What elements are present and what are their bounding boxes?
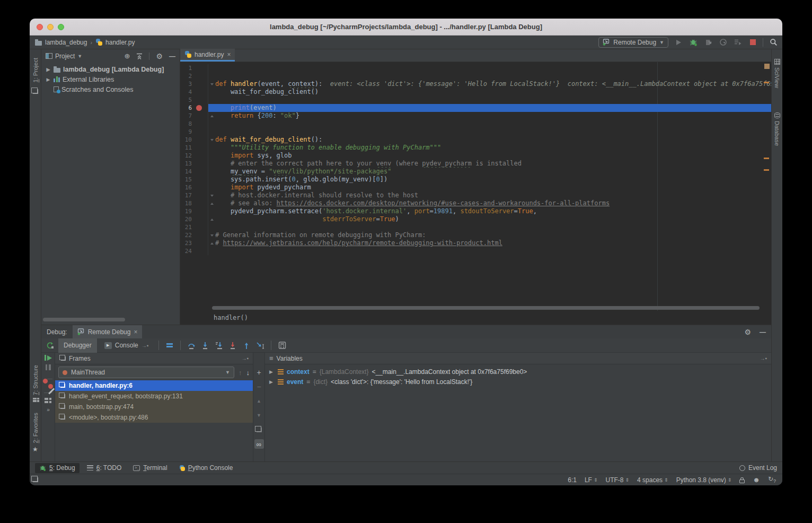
gear-icon[interactable]: ⚙ <box>744 328 751 336</box>
tab-console[interactable]: ▶ Console →▪ <box>99 338 154 353</box>
code-line[interactable]: 10def wait_for_debug_client(): <box>180 136 771 144</box>
gutter[interactable]: 8 <box>180 120 208 128</box>
gutter[interactable]: 9 <box>180 128 208 136</box>
frame-row[interactable]: main, bootstrap.py:474 <box>55 402 253 412</box>
gutter[interactable]: 19 <box>180 207 208 215</box>
code-line[interactable]: 2 <box>180 72 771 80</box>
status-item[interactable]: 4 spaces⇕ <box>637 476 668 484</box>
debug-button[interactable] <box>689 38 698 47</box>
code-line[interactable]: 15 sys.path.insert(0, glob.glob(my_venv)… <box>180 176 771 184</box>
gutter[interactable]: 2 <box>180 72 208 80</box>
code-line[interactable]: 3def handler(event, context): event: <cl… <box>180 80 771 88</box>
tool-window-tab-terminal[interactable]: >_Terminal <box>129 463 171 473</box>
gutter[interactable]: 17 <box>180 191 208 199</box>
frame-row[interactable]: handle_event_request, bootstrap.py:131 <box>55 391 253 402</box>
code-line[interactable]: 21 <box>180 223 771 231</box>
step-over-button[interactable] <box>186 339 197 351</box>
project-horizontal-scrollbar[interactable] <box>43 318 125 321</box>
run-config-select[interactable]: Remote Debug ▼ <box>598 37 668 48</box>
previous-frame-button[interactable]: ↑ <box>239 369 242 377</box>
layout-settings-button[interactable] <box>45 398 51 403</box>
show-execution-point-button[interactable] <box>164 339 175 351</box>
gutter[interactable]: 5 <box>180 96 208 104</box>
code-line[interactable]: 11 """Utility function to enable debuggi… <box>180 144 771 152</box>
pause-button[interactable] <box>46 364 51 370</box>
code-line[interactable]: 19 pydevd_pycharm.settrace('host.docker.… <box>180 207 771 215</box>
tool-stripe-structure[interactable]: 7: Structure <box>32 365 39 402</box>
rerun-button[interactable] <box>45 339 56 351</box>
gutter[interactable]: 16 <box>180 184 208 191</box>
status-item[interactable]: Python 3.8 (venv)⇕ <box>676 476 732 484</box>
warning-stripe-mark[interactable] <box>764 82 769 83</box>
force-step-into-button[interactable] <box>213 339 225 351</box>
restore-layout-icon[interactable]: →▪ <box>760 355 767 361</box>
tool-window-tab-python-console[interactable]: Python Console <box>175 463 237 473</box>
move-watch-down-button[interactable]: ▼ <box>254 411 264 420</box>
breadcrumb-file[interactable]: handler.py <box>105 39 135 46</box>
gutter[interactable]: 3 <box>180 80 208 88</box>
resume-button[interactable] <box>45 355 52 361</box>
close-tab-icon[interactable]: × <box>227 51 231 58</box>
status-item[interactable]: LF⇕ <box>585 476 598 484</box>
expand-arrow-icon[interactable]: ▶ <box>269 369 275 374</box>
collapse-all-button[interactable] <box>136 53 143 59</box>
close-session-icon[interactable]: × <box>134 328 137 336</box>
fold-marker-icon[interactable] <box>208 215 215 223</box>
breadcrumb-project[interactable]: lambda_debug <box>45 39 87 46</box>
locate-file-button[interactable]: ⊕ <box>125 52 130 60</box>
editor-horizontal-scrollbar[interactable] <box>212 306 760 310</box>
frame-row[interactable]: <module>, bootstrap.py:486 <box>55 412 253 423</box>
next-frame-button[interactable]: ↓ <box>246 369 250 377</box>
tool-stripe-sciview[interactable]: SciView <box>774 59 780 88</box>
search-everywhere-button[interactable] <box>769 38 778 47</box>
hide-debug-panel-button[interactable]: — <box>760 328 766 336</box>
more-actions-button[interactable]: » <box>47 407 49 413</box>
move-watch-up-button[interactable]: ▲ <box>254 396 264 406</box>
editor-tab-handler[interactable]: handler.py × <box>180 49 235 62</box>
inspection-status-square[interactable] <box>764 64 770 69</box>
code-line[interactable]: 6 print(event) <box>180 104 771 112</box>
expand-arrow-icon[interactable]: ▶ <box>46 67 51 72</box>
add-watch-button[interactable]: + <box>254 368 264 377</box>
code-line[interactable]: 12 import sys, glob <box>180 152 771 160</box>
duplicate-watch-button[interactable] <box>254 425 264 434</box>
hide-panel-button[interactable]: — <box>169 53 175 60</box>
code-line[interactable]: 9 <box>180 128 771 136</box>
editor-breadcrumb[interactable]: handler() <box>214 314 248 321</box>
tool-window-tab--debug[interactable]: 5: Debug <box>35 463 80 473</box>
gutter[interactable]: 7 <box>180 112 208 120</box>
gutter[interactable]: 21 <box>180 223 208 231</box>
gutter[interactable]: 4 <box>180 88 208 96</box>
code-line[interactable]: 22# General information on remote debugg… <box>180 231 771 239</box>
fold-marker-icon[interactable] <box>208 191 215 199</box>
evaluate-in-console-button[interactable]: ∞ <box>254 439 264 449</box>
code-line[interactable]: 5 <box>180 96 771 104</box>
code-line[interactable]: 18 # see also: https://docs.docker.com/d… <box>180 199 771 207</box>
run-to-cursor-button[interactable] <box>254 339 266 351</box>
run-with-options-button[interactable] <box>733 38 743 47</box>
update-info-icon[interactable]: ↻? <box>768 475 776 484</box>
tool-window-tab--todo[interactable]: 6: TODO <box>83 463 126 473</box>
step-out-button[interactable] <box>241 339 252 351</box>
chevron-down-icon[interactable]: ▼ <box>77 54 82 59</box>
code-line[interactable]: 7 return {200: "ok"} <box>180 112 771 120</box>
run-button[interactable] <box>674 38 683 47</box>
highlighting-level-icon[interactable]: ☻ <box>753 476 760 484</box>
status-item[interactable]: UTF-8⇕ <box>606 476 630 484</box>
warning-stripe-mark[interactable] <box>764 158 769 159</box>
gutter[interactable]: 18 <box>180 199 208 207</box>
variable-row[interactable]: ▶event={dict}<class 'dict'>: {'message':… <box>265 377 771 387</box>
gutter[interactable]: 6 <box>180 104 208 112</box>
gutter[interactable]: 23 <box>180 239 208 247</box>
fold-marker-icon[interactable] <box>208 231 215 239</box>
gear-icon[interactable]: ⚙ <box>156 53 163 60</box>
gutter[interactable]: 10 <box>180 136 208 144</box>
gutter[interactable]: 14 <box>180 168 208 176</box>
warning-stripe-mark[interactable] <box>764 169 769 171</box>
code-line[interactable]: 24 <box>180 247 771 255</box>
event-log-button[interactable]: Event Log <box>739 464 777 472</box>
frame-row[interactable]: handler, handler.py:6 <box>55 380 253 391</box>
profiler-button[interactable] <box>718 38 728 47</box>
gutter[interactable]: 13 <box>180 160 208 168</box>
stop-button[interactable] <box>748 38 757 47</box>
